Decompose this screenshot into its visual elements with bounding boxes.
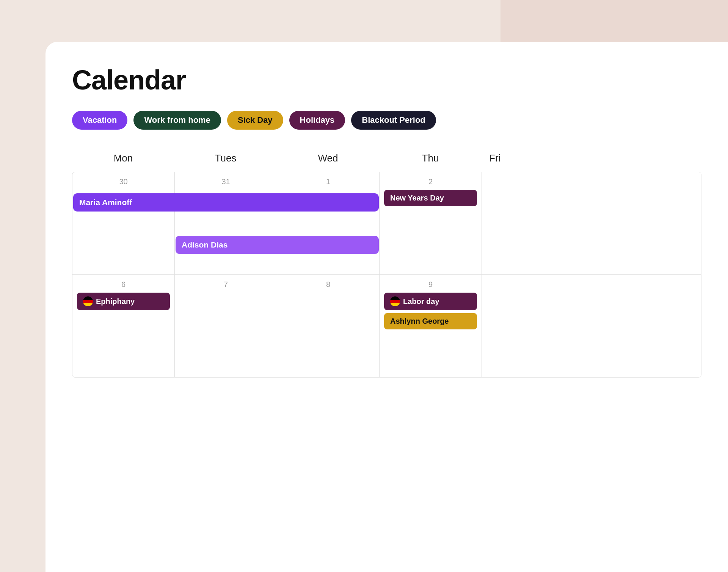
- cell-1: 1: [277, 172, 380, 274]
- date-9: 9: [384, 280, 477, 289]
- flag-labor-day: [390, 296, 400, 306]
- legend-vacation[interactable]: Vacation: [72, 111, 127, 130]
- date-8: 8: [282, 280, 375, 289]
- cell-row1-last: [482, 172, 701, 274]
- main-card: Calendar Vacation Work from home Sick Da…: [46, 42, 728, 572]
- calendar-row-2: 6 Ephiphany 7: [72, 275, 701, 377]
- day-header-thu: Thu: [379, 149, 482, 172]
- cell-6: 6 Ephiphany: [72, 275, 175, 377]
- legend-wfh[interactable]: Work from home: [133, 111, 221, 130]
- date-30: 30: [77, 177, 170, 186]
- cell-7: 7: [175, 275, 277, 377]
- page-title: Calendar: [72, 64, 701, 96]
- event-labor-day: Labor day: [384, 293, 477, 310]
- cell-31: 31: [175, 172, 277, 274]
- cell-2: 2 New Years Day: [380, 172, 482, 274]
- legend-holidays[interactable]: Holidays: [289, 111, 345, 130]
- legend-sickday[interactable]: Sick Day: [227, 111, 283, 130]
- event-ashlynn-george: Ashlynn George: [384, 313, 477, 329]
- cell-30: 30: [72, 172, 175, 274]
- calendar-row-1: 30 31 1 2 New Years Day: [72, 172, 701, 275]
- date-7: 7: [179, 280, 272, 289]
- legend-row: Vacation Work from home Sick Day Holiday…: [72, 111, 701, 130]
- legend-blackout[interactable]: Blackout Period: [351, 111, 436, 130]
- date-1: 1: [282, 177, 375, 186]
- date-6: 6: [77, 280, 170, 289]
- day-header-fri: Fri: [482, 149, 701, 172]
- date-31: 31: [179, 177, 272, 186]
- day-header-mon: Mon: [72, 149, 174, 172]
- cell-9: 9 Labor day Ashlynn George: [380, 275, 482, 377]
- cell-row2-last: [482, 275, 701, 377]
- cell-8: 8: [277, 275, 380, 377]
- event-new-years-day: New Years Day: [384, 190, 477, 206]
- flag-ephiphany: [83, 296, 93, 306]
- day-header-wed: Wed: [277, 149, 379, 172]
- day-headers: Mon Tues Wed Thu Fri: [72, 149, 701, 172]
- calendar-grid: 30 31 1 2 New Years Day: [72, 172, 701, 378]
- calendar-container: Mon Tues Wed Thu Fri 30 31 1 2: [72, 149, 701, 378]
- event-ephiphany: Ephiphany: [77, 293, 170, 310]
- date-2: 2: [384, 177, 477, 186]
- day-header-tues: Tues: [174, 149, 277, 172]
